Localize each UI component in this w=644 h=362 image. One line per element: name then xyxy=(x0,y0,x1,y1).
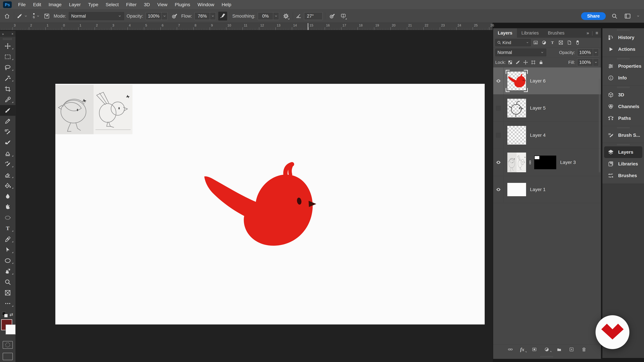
filter-pixel-layers-button[interactable] xyxy=(532,39,539,46)
layer-filtering-toggle[interactable] xyxy=(574,39,581,46)
layer-thumbnail[interactable] xyxy=(507,126,526,145)
lasso-tool[interactable] xyxy=(0,62,16,73)
lock-all-icon[interactable] xyxy=(538,60,544,65)
layers-scrollbar[interactable] xyxy=(599,79,600,172)
zoom-tool[interactable] xyxy=(0,277,16,287)
quick-mask-button[interactable] xyxy=(3,341,13,349)
share-button[interactable]: Share xyxy=(581,12,606,20)
new-group-icon[interactable] xyxy=(556,347,562,352)
filter-shape-layers-button[interactable] xyxy=(557,39,564,46)
document-canvas[interactable] xyxy=(55,84,485,325)
menu-item-edit[interactable]: Edit xyxy=(29,2,45,7)
menu-item-3d[interactable]: 3D xyxy=(140,2,154,7)
filter-smart-objects-button[interactable] xyxy=(566,39,573,46)
brush-settings-panel-toggle[interactable] xyxy=(42,12,51,20)
panel-button-libraries[interactable]: Libraries xyxy=(602,158,644,170)
move-tool[interactable] xyxy=(0,41,16,51)
tab-libraries[interactable]: Libraries xyxy=(517,28,544,38)
panel-button-3d[interactable]: 3D xyxy=(602,89,644,101)
lock-paint-icon[interactable] xyxy=(515,60,520,65)
visibility-toggle[interactable] xyxy=(493,122,504,149)
horizontal-ruler[interactable]: 3210123456789101112131415161718192021222… xyxy=(0,23,492,30)
menu-item-file[interactable]: File xyxy=(14,2,29,7)
dock-group-grip[interactable] xyxy=(602,57,644,60)
path-selection-tool[interactable] xyxy=(0,245,16,255)
visibility-toggle[interactable] xyxy=(493,176,504,203)
panel-button-layers[interactable]: Layers xyxy=(604,146,642,158)
layer-mask-thumbnail[interactable] xyxy=(534,155,556,169)
pencil-tool[interactable] xyxy=(0,116,16,126)
collapse-panel-icon[interactable]: » xyxy=(586,30,589,36)
dock-group-grip[interactable] xyxy=(602,28,644,32)
delete-layer-icon[interactable] xyxy=(582,347,586,352)
mask-link-icon[interactable] xyxy=(528,160,532,165)
paint-symmetry-button[interactable] xyxy=(339,12,348,20)
smoothing-options-button[interactable] xyxy=(282,12,290,20)
pressure-size-button[interactable] xyxy=(328,12,336,20)
panel-button-history[interactable]: History xyxy=(602,32,644,43)
menu-item-plugins[interactable]: Plugins xyxy=(171,2,194,7)
kind-filter-select[interactable]: Kind xyxy=(495,39,531,46)
panel-button-channels[interactable]: Channels xyxy=(602,101,644,112)
photoshop-logo-icon[interactable]: Ps xyxy=(3,1,12,8)
tab-brushes[interactable]: Brushes xyxy=(544,28,569,38)
home-button[interactable] xyxy=(3,12,12,20)
panel-button-brush-s[interactable]: Brush S... xyxy=(602,129,644,141)
layer-fill-field[interactable]: 100% xyxy=(577,58,599,66)
magic-wand-tool[interactable] xyxy=(0,73,16,84)
layer-blend-mode-select[interactable]: Normal xyxy=(495,49,546,56)
dock-group-grip[interactable] xyxy=(602,86,644,89)
airbrush-button[interactable] xyxy=(218,12,227,20)
panel-resize-grip[interactable] xyxy=(493,355,601,359)
pressure-opacity-button[interactable] xyxy=(170,12,179,20)
floating-brand-logo[interactable] xyxy=(595,314,630,350)
crop-tool[interactable] xyxy=(0,84,16,94)
layer-row-layer-6[interactable]: Layer 6 xyxy=(493,67,601,94)
menu-item-view[interactable]: View xyxy=(154,2,171,7)
filter-adjustment-layers-button[interactable] xyxy=(540,39,548,46)
pen-tool[interactable] xyxy=(0,234,16,245)
layer-row-layer-5[interactable]: Layer 5 xyxy=(493,94,601,122)
menu-item-layer[interactable]: Layer xyxy=(65,2,84,7)
panel-menu-icon[interactable]: ≡ xyxy=(596,30,598,36)
brush-preset-picker[interactable]: 6 xyxy=(33,13,40,19)
smudge-tool[interactable] xyxy=(0,202,16,212)
layer-thumbnail[interactable] xyxy=(507,71,526,90)
layer-name[interactable]: Layer 1 xyxy=(530,187,546,192)
panel-button-brushes[interactable]: Brushes xyxy=(602,170,644,182)
layer-opacity-field[interactable]: 100% xyxy=(577,49,599,56)
panel-button-properties[interactable]: Properties xyxy=(602,60,644,72)
brush-angle-field[interactable]: 27° xyxy=(304,12,322,20)
panel-button-paths[interactable]: Paths xyxy=(602,112,644,124)
layer-row-layer-4[interactable]: Layer 4 xyxy=(493,122,601,149)
history-brush-tool[interactable] xyxy=(0,159,16,169)
clone-stamp-tool[interactable] xyxy=(0,148,16,159)
tool-preset-picker[interactable] xyxy=(16,13,28,19)
collapse-toolbar-icon[interactable]: » xyxy=(2,32,4,36)
menu-item-window[interactable]: Window xyxy=(194,2,218,7)
ellipse-tool[interactable] xyxy=(0,255,16,266)
layer-name[interactable]: Layer 3 xyxy=(560,160,576,165)
layer-row-layer-3[interactable]: Layer 3 xyxy=(493,149,601,176)
filter-type-layers-button[interactable] xyxy=(549,39,556,46)
layer-name[interactable]: Layer 6 xyxy=(530,78,546,84)
layer-name[interactable]: Layer 4 xyxy=(530,133,546,138)
menu-item-select[interactable]: Select xyxy=(102,2,122,7)
lock-transparency-icon[interactable] xyxy=(508,60,513,65)
blur-tool[interactable] xyxy=(0,191,16,202)
background-color-swatch[interactable] xyxy=(6,325,16,335)
mixer-brush-tool[interactable] xyxy=(0,137,16,148)
link-layers-icon[interactable] xyxy=(508,347,513,352)
toolbar-grip[interactable] xyxy=(3,38,12,40)
menu-item-image[interactable]: Image xyxy=(45,2,65,7)
opacity-field[interactable]: 100% xyxy=(146,12,168,20)
new-adjustment-layer-icon[interactable] xyxy=(544,347,549,352)
visibility-toggle[interactable] xyxy=(493,94,504,121)
search-button[interactable] xyxy=(610,12,619,20)
lock-position-icon[interactable] xyxy=(523,60,528,65)
visibility-toggle[interactable] xyxy=(493,67,504,94)
dock-group-grip[interactable] xyxy=(602,143,644,146)
eyedropper-tool[interactable] xyxy=(0,94,16,105)
swap-colors-icon[interactable]: ⇄ xyxy=(10,312,13,317)
frame-tool[interactable] xyxy=(0,287,16,298)
